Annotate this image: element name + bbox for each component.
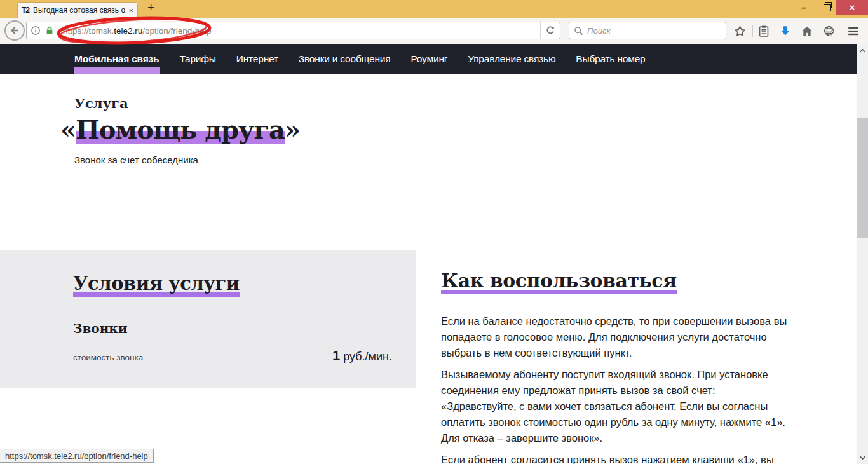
url-prefix: https://tomsk. bbox=[63, 26, 114, 36]
nav-item-mobile[interactable]: Мобильная связь bbox=[74, 44, 159, 74]
scrollbar-thumb[interactable] bbox=[857, 118, 868, 238]
chevron-down-icon bbox=[859, 455, 866, 460]
search-placeholder: Поиск bbox=[587, 26, 611, 36]
search-input[interactable]: Поиск bbox=[569, 22, 726, 39]
title-close-quote: » bbox=[285, 114, 300, 144]
address-bar[interactable]: https://tomsk.tele2.ru/option/friend-hel… bbox=[26, 22, 560, 39]
status-url-text: https://tomsk.tele2.ru/option/friend-hel… bbox=[5, 451, 148, 461]
back-button[interactable] bbox=[4, 20, 25, 41]
toolbar-separator bbox=[752, 25, 753, 37]
browser-tab[interactable]: T2 Выгодная сотовая связь от × bbox=[17, 2, 138, 18]
browser-toolbar: https://tomsk.tele2.ru/option/friend-hel… bbox=[0, 18, 868, 44]
calls-group-heading: Звонки bbox=[73, 321, 392, 336]
page-title: «Помощь друга» bbox=[60, 114, 300, 145]
page-info-icon[interactable] bbox=[31, 25, 41, 36]
extension-button[interactable] bbox=[822, 24, 837, 39]
https-lock-icon[interactable] bbox=[44, 25, 55, 36]
bookmarks-menu-button[interactable] bbox=[756, 24, 771, 39]
clipboard-icon bbox=[757, 25, 770, 38]
home-button[interactable] bbox=[799, 24, 815, 39]
restore-button[interactable] bbox=[817, 0, 836, 15]
download-arrow-icon bbox=[779, 25, 792, 38]
nav-item-label: Мобильная связь bbox=[74, 53, 159, 65]
close-icon: × bbox=[850, 3, 855, 13]
back-arrow-icon bbox=[10, 25, 20, 36]
menu-button[interactable] bbox=[846, 24, 861, 39]
status-bar-url: https://tomsk.tele2.ru/option/friend-hel… bbox=[0, 449, 154, 463]
reload-button[interactable] bbox=[540, 22, 560, 39]
chevron-up-icon bbox=[859, 48, 866, 53]
search-icon bbox=[574, 26, 583, 36]
browser-window: T2 Выгодная сотовая связь от × + – × bbox=[0, 0, 868, 464]
how-to-paragraph: Если абонент согласится принять вызов на… bbox=[441, 452, 787, 464]
scroll-down-button[interactable] bbox=[857, 453, 868, 463]
nav-item-label: Тарифы bbox=[179, 53, 215, 65]
price-label: стоимость звонка bbox=[73, 353, 143, 362]
downloads-button[interactable] bbox=[778, 24, 793, 39]
how-to-section: Как воспользоваться Если на балансе недо… bbox=[441, 270, 787, 464]
nav-item-roaming[interactable]: Роуминг bbox=[410, 44, 447, 74]
tab-title: Выгодная сотовая связь от bbox=[33, 6, 125, 15]
price-unit: руб./мин. bbox=[343, 350, 392, 363]
nav-item-label: Интернет bbox=[236, 53, 278, 65]
star-icon bbox=[733, 25, 747, 38]
nav-item-label: Выбрать номер bbox=[576, 53, 645, 65]
title-highlighted-text: Помощь друга bbox=[76, 114, 285, 144]
tab-close-icon[interactable]: × bbox=[128, 6, 133, 15]
close-window-button[interactable]: × bbox=[836, 0, 868, 15]
globe-pencil-icon bbox=[823, 25, 836, 38]
vertical-scrollbar[interactable] bbox=[857, 44, 868, 464]
nav-item-label: Роуминг bbox=[410, 53, 447, 65]
nav-item-label: Звонки и сообщения bbox=[299, 53, 391, 65]
title-open-quote: « bbox=[60, 114, 76, 144]
home-icon bbox=[801, 25, 813, 38]
nav-item-calls-messages[interactable]: Звонки и сообщения bbox=[299, 44, 391, 74]
restore-icon bbox=[824, 4, 831, 11]
scroll-up-button[interactable] bbox=[857, 46, 868, 56]
minimize-icon: – bbox=[801, 5, 806, 10]
service-subtitle: Звонок за счет собеседника bbox=[74, 154, 198, 165]
url-domain: tele2.ru bbox=[114, 26, 142, 36]
how-to-paragraph: Если на балансе недостаточно средств, то… bbox=[441, 313, 787, 361]
new-tab-button[interactable]: + bbox=[147, 1, 154, 15]
url-text[interactable]: https://tomsk.tele2.ru/option/friend-hel… bbox=[63, 26, 211, 36]
nav-item-tariffs[interactable]: Тарифы bbox=[179, 44, 215, 74]
hamburger-icon bbox=[847, 25, 860, 38]
how-to-title: Как воспользоваться bbox=[441, 270, 677, 294]
url-path: /option/friend-help bbox=[142, 26, 211, 36]
price-value: 1руб./мин. bbox=[332, 348, 392, 364]
minimize-button[interactable]: – bbox=[793, 0, 815, 15]
conditions-title: Условия услуги bbox=[73, 273, 240, 297]
titlebar: T2 Выгодная сотовая связь от × + – × bbox=[0, 0, 868, 18]
service-eyebrow: Услуга bbox=[74, 95, 128, 111]
site-navigation: Мобильная связь Тарифы Интернет Звонки и… bbox=[0, 44, 857, 74]
nav-item-manage[interactable]: Управление связью bbox=[468, 44, 555, 74]
nav-item-internet[interactable]: Интернет bbox=[236, 44, 278, 74]
how-to-paragraph: Вызываемому абоненту поступит входящий з… bbox=[441, 367, 787, 446]
bookmark-star-button[interactable] bbox=[732, 24, 747, 39]
active-nav-underline bbox=[74, 67, 160, 74]
nav-item-label: Управление связью bbox=[468, 53, 555, 65]
price-row: стоимость звонка 1руб./мин. bbox=[73, 348, 392, 372]
conditions-panel: Условия услуги Звонки стоимость звонка 1… bbox=[0, 250, 416, 388]
tele2-favicon-icon: T2 bbox=[22, 6, 29, 15]
nav-item-choose-number[interactable]: Выбрать номер bbox=[576, 44, 645, 74]
reload-icon bbox=[545, 25, 555, 36]
identity-separator bbox=[58, 25, 58, 36]
price-number: 1 bbox=[332, 348, 340, 364]
